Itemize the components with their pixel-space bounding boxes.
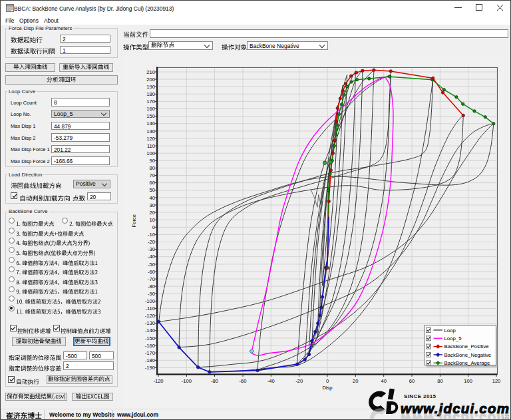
- svg-text:BackBone_Positive: BackBone_Positive: [444, 343, 489, 349]
- svg-text:BackBone_Average: BackBone_Average: [444, 360, 490, 366]
- svg-text:210: 210: [146, 69, 155, 75]
- svg-text:-20: -20: [295, 378, 303, 384]
- svg-text:10: 10: [150, 217, 155, 223]
- svg-text:80: 80: [150, 165, 155, 171]
- svg-text:Loop_5: Loop_5: [444, 335, 462, 341]
- svg-text:-100: -100: [145, 298, 155, 304]
- svg-text:-10: -10: [148, 232, 155, 238]
- svg-text:-120: -120: [145, 313, 155, 319]
- svg-text:-80: -80: [148, 284, 155, 290]
- svg-text:150: 150: [146, 113, 155, 119]
- svg-text:-160: -160: [145, 343, 155, 349]
- svg-text:Force: Force: [131, 214, 137, 227]
- svg-text:-50: -50: [148, 262, 155, 268]
- svg-text:-100: -100: [182, 378, 192, 384]
- svg-text:-190: -190: [145, 365, 155, 371]
- svg-text:200: 200: [146, 77, 155, 83]
- svg-text:50: 50: [150, 187, 155, 193]
- svg-text:120: 120: [492, 378, 501, 384]
- svg-text:-60: -60: [148, 269, 155, 275]
- svg-text:0: 0: [152, 224, 155, 230]
- svg-text:-80: -80: [211, 378, 218, 384]
- svg-text:-20: -20: [148, 239, 155, 245]
- svg-text:BackBone_Negative: BackBone_Negative: [444, 352, 492, 358]
- svg-text:60: 60: [409, 378, 415, 384]
- svg-text:-170: -170: [145, 350, 155, 356]
- svg-text:Disp: Disp: [322, 385, 332, 391]
- svg-text:www.jdcui.com: www.jdcui.com: [401, 411, 510, 419]
- svg-text:80: 80: [437, 378, 442, 384]
- svg-text:Loop: Loop: [444, 327, 456, 333]
- svg-text:160: 160: [146, 106, 155, 112]
- svg-text:0: 0: [326, 378, 329, 384]
- svg-text:100: 100: [146, 150, 155, 156]
- svg-text:-150: -150: [145, 335, 155, 341]
- svg-text:70: 70: [150, 172, 155, 178]
- svg-text:-30: -30: [148, 246, 155, 252]
- svg-text:90: 90: [150, 158, 155, 164]
- svg-text:-110: -110: [145, 306, 155, 312]
- svg-text:-140: -140: [145, 327, 155, 333]
- svg-text:20: 20: [150, 210, 155, 216]
- svg-text:-70: -70: [148, 276, 155, 282]
- svg-text:180: 180: [146, 91, 155, 97]
- svg-text:-40: -40: [148, 254, 155, 260]
- svg-text:-60: -60: [240, 378, 247, 384]
- svg-text:120: 120: [146, 136, 155, 142]
- svg-text:-180: -180: [145, 357, 155, 363]
- svg-text:-90: -90: [148, 291, 155, 297]
- svg-text:60: 60: [150, 180, 155, 186]
- svg-text:170: 170: [146, 99, 155, 105]
- svg-text:100: 100: [464, 378, 472, 384]
- svg-text:110: 110: [147, 143, 155, 149]
- svg-text:-130: -130: [145, 320, 155, 326]
- svg-text:-40: -40: [267, 378, 275, 384]
- svg-text:20: 20: [353, 378, 358, 384]
- svg-text:-120: -120: [153, 378, 163, 384]
- svg-text:40: 40: [381, 378, 386, 384]
- svg-text:140: 140: [146, 120, 155, 126]
- svg-text:190: 190: [146, 84, 155, 90]
- svg-text:SINCE 2015: SINCE 2015: [404, 393, 436, 399]
- svg-text:40: 40: [150, 195, 155, 201]
- svg-text:30: 30: [150, 202, 155, 208]
- svg-text:130: 130: [146, 128, 155, 134]
